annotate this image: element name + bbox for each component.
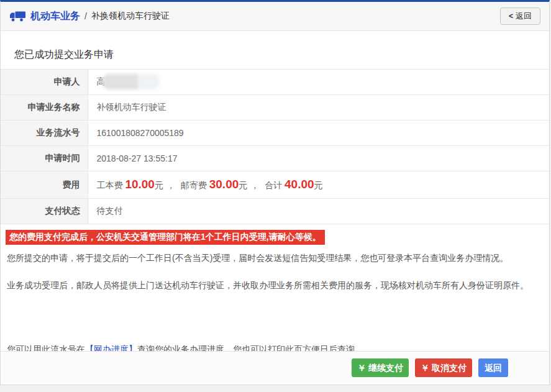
applicant-value: 高 <box>88 70 549 95</box>
fee-value: 工本费 10.00元， 邮寄费 30.00元， 合计 40.00元 <box>88 171 549 199</box>
fee-item2-label: 邮寄费 <box>181 180 207 190</box>
table-row-applicant: 申请人 高 <box>1 70 549 95</box>
back-button-top-label: 返回 <box>516 11 532 21</box>
fee-total-label: 合计 <box>265 180 282 190</box>
fee-item1-unit: 元 <box>155 180 163 190</box>
main-content: 您已成功提交业务申请 申请人 高 申请业务名称 补领机动车行驶证 业务流水号 1… <box>1 31 549 351</box>
paragraph-footnote: 您可以用此流水号在【网办进度】查询您的业务办理进度，您也可以打印此页方便日后查询… <box>7 343 540 351</box>
cancel-pay-button[interactable]: ￥取消支付 <box>415 358 472 377</box>
page-title: 您已成功提交业务申请 <box>14 48 549 62</box>
fee-comma1: ， <box>166 180 175 190</box>
table-row-fee: 费用 工本费 10.00元， 邮寄费 30.00元， 合计 40.00元 <box>1 171 549 199</box>
redaction-blur <box>102 74 160 89</box>
table-row-apply-time: 申请时间 2018-08-27 13:55:17 <box>1 146 549 171</box>
fee-total-unit: 元 <box>314 180 323 190</box>
continue-pay-button[interactable]: ￥继续支付 <box>352 358 409 377</box>
serial-number-label: 业务流水号 <box>1 121 88 146</box>
breadcrumb-separator: / <box>84 11 87 21</box>
applicant-label: 申请人 <box>1 70 88 95</box>
return-button[interactable]: 返回 <box>478 358 508 377</box>
business-name-label: 申请业务名称 <box>1 95 88 121</box>
truck-icon <box>9 11 26 22</box>
payment-status-value: 待支付 <box>88 199 549 224</box>
return-label: 返回 <box>485 363 502 373</box>
page-card: 机动车业务 / 补换领机动车行驶证 <返回 您已成功提交业务申请 申请人 高 申… <box>0 0 550 385</box>
fee-item2-amount: 30.00 <box>209 178 239 191</box>
progress-query-link[interactable]: 【网办进度】 <box>85 344 137 351</box>
table-row-business-name: 申请业务名称 补领机动车行驶证 <box>1 95 549 121</box>
payment-status-label: 支付状态 <box>1 199 88 224</box>
back-button-top[interactable]: <返回 <box>500 7 540 25</box>
fee-item1-label: 工本费 <box>97 180 123 190</box>
table-row-payment-status: 支付状态 待支付 <box>1 199 549 224</box>
yen-icon: ￥ <box>357 363 366 373</box>
fee-item2-unit: 元 <box>239 180 247 190</box>
continue-pay-label: 继续支付 <box>368 363 403 373</box>
footnote-before: 您可以用此流水号在 <box>7 344 85 351</box>
fee-comma2: ， <box>250 180 259 190</box>
chevron-left-icon: < <box>509 12 513 21</box>
apply-time-value: 2018-08-27 13:55:17 <box>88 146 549 171</box>
cancel-pay-label: 取消支付 <box>432 363 467 373</box>
header: 机动车业务 / 补换领机动车行驶证 <返回 <box>1 2 549 31</box>
paragraph-processing-info: 您所提交的申请，将于提交后的一个工作日(不含当天)受理，届时会发送短信告知受理结… <box>7 252 540 264</box>
business-name-value: 补领机动车行驶证 <box>88 95 549 121</box>
fee-item1-amount: 10.00 <box>125 178 155 191</box>
table-row-serial-number: 业务流水号 161001808270005189 <box>1 121 549 146</box>
application-info-table: 申请人 高 申请业务名称 补领机动车行驶证 业务流水号 161001808270… <box>1 69 549 224</box>
apply-time-label: 申请时间 <box>1 146 88 171</box>
serial-number-value: 161001808270005189 <box>88 121 549 146</box>
breadcrumb-current: 补换领机动车行驶证 <box>91 11 170 22</box>
paragraph-delivery-info: 业务成功受理后，邮政人员将提供上门送达机动车行驶证，并收取办理业务所需相关费用的… <box>7 279 540 291</box>
yen-icon: ￥ <box>421 363 429 373</box>
notice-banner: 您的费用支付完成后，公安机关交通管理部门将在1个工作日内受理,请耐心等候。 <box>6 230 325 245</box>
fee-total-amount: 40.00 <box>285 178 314 191</box>
fee-label: 费用 <box>1 171 88 199</box>
footer-action-bar: ￥继续支付 ￥取消支付 返回 <box>1 351 549 383</box>
breadcrumb-section-link[interactable]: 机动车业务 <box>30 10 80 23</box>
footnote-after: 查询您的业务办理进度，您也可以打印此页方便日后查询。 <box>137 344 363 351</box>
